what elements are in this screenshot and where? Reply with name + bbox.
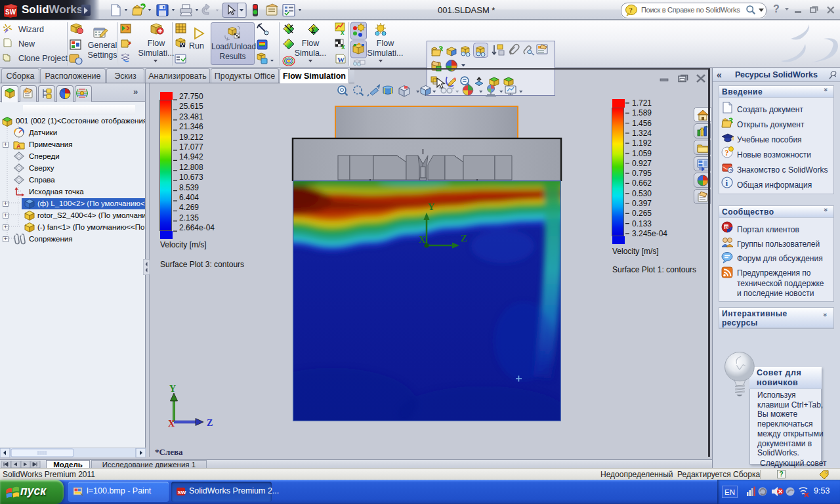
svg-text:Σ: Σ [311, 26, 316, 34]
svg-text:W: W [337, 56, 345, 64]
svg-text:SW: SW [5, 9, 16, 16]
svg-text:sw: sw [724, 225, 731, 230]
svg-text:Z: Z [207, 418, 213, 428]
svg-text:?: ? [725, 148, 729, 158]
svg-text:Y: Y [428, 201, 435, 212]
svg-text:SW: SW [178, 490, 186, 495]
svg-text:Y: Y [169, 385, 176, 394]
svg-text:A: A [16, 143, 21, 150]
svg-text:?: ? [729, 168, 732, 174]
svg-text:?: ? [629, 6, 633, 14]
svg-text:x: x [341, 29, 345, 36]
svg-text:X: X [419, 234, 426, 245]
svg-text:Z: Z [461, 233, 467, 243]
svg-text:X: X [168, 419, 175, 429]
svg-text:x: x [341, 43, 345, 51]
svg-text:i: i [726, 178, 728, 188]
